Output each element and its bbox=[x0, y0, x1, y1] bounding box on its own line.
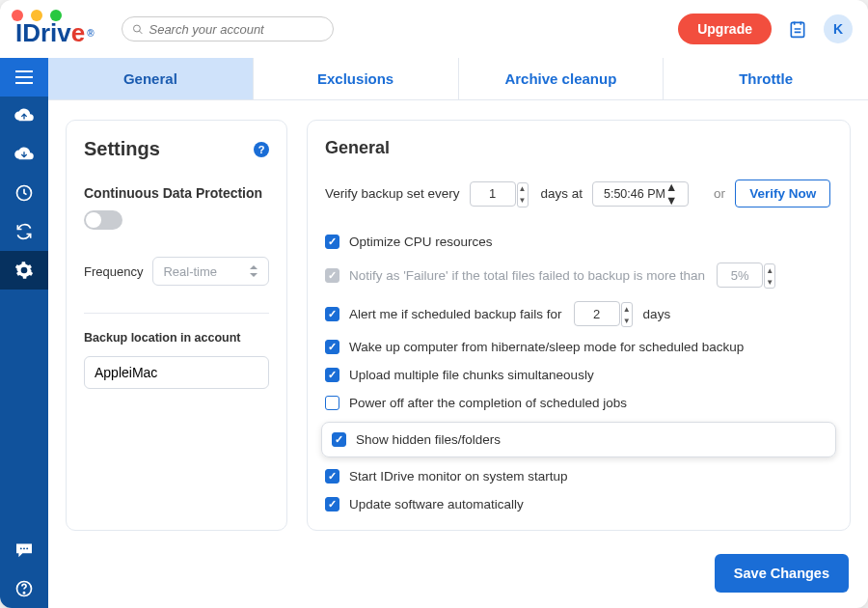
option-auto-update: Update software automatically bbox=[325, 497, 832, 511]
tab-bar: General Exclusions Archive cleanup Throt… bbox=[48, 58, 868, 100]
svg-marker-16 bbox=[250, 265, 258, 269]
verify-time-input[interactable]: 5:50:46 PM ▲▼ bbox=[592, 181, 689, 207]
verify-prefix: Verify backup set every bbox=[325, 186, 460, 201]
svg-point-0 bbox=[133, 25, 140, 32]
checkbox-power-off[interactable] bbox=[325, 396, 339, 410]
activity-log-icon[interactable] bbox=[787, 18, 808, 40]
content: Settings ? Continuous Data Protection Fr… bbox=[48, 100, 868, 544]
title-bar: IDrive® Upgrade K bbox=[0, 0, 868, 58]
verify-mid: days at bbox=[541, 186, 583, 201]
notify-threshold-input[interactable]: 5% ▲▼ bbox=[717, 263, 763, 288]
options-list: Optimize CPU resources Notify as 'Failur… bbox=[325, 235, 832, 511]
settings-title: Settings bbox=[84, 138, 160, 160]
general-panel: General Verify backup set every 1 ▲▼ day… bbox=[307, 120, 851, 531]
option-notify-failure: Notify as 'Failure' if the total files f… bbox=[325, 263, 832, 288]
sidebar-item-settings[interactable] bbox=[0, 251, 48, 290]
main: General Exclusions Archive cleanup Throt… bbox=[48, 58, 868, 608]
sidebar-item-chat[interactable] bbox=[0, 531, 48, 569]
sidebar-item-backup[interactable] bbox=[0, 97, 48, 135]
brand-name: IDriv bbox=[15, 18, 71, 48]
option-show-hidden: Show hidden files/folders bbox=[321, 422, 836, 457]
sync-icon bbox=[14, 222, 34, 241]
option-upload-chunks: Upload multiple file chunks simultaneous… bbox=[325, 368, 832, 382]
svg-point-13 bbox=[26, 547, 28, 549]
chat-icon bbox=[14, 542, 34, 558]
svg-line-1 bbox=[139, 30, 142, 33]
maximize-window-icon[interactable] bbox=[50, 10, 62, 21]
cdp-label: Continuous Data Protection bbox=[84, 185, 269, 201]
settings-side-panel: Settings ? Continuous Data Protection Fr… bbox=[66, 120, 287, 531]
app-window: IDrive® Upgrade K bbox=[0, 0, 868, 608]
stepper-icon[interactable]: ▲▼ bbox=[764, 263, 775, 289]
search-input[interactable] bbox=[149, 22, 322, 37]
upgrade-button[interactable]: Upgrade bbox=[678, 14, 772, 44]
help-icon bbox=[14, 579, 34, 598]
clock-icon bbox=[14, 183, 34, 203]
chevron-updown-icon bbox=[249, 265, 258, 277]
tab-archive-cleanup[interactable]: Archive cleanup bbox=[459, 58, 665, 99]
sidebar bbox=[0, 58, 48, 608]
verify-days-input[interactable]: 1 ▲▼ bbox=[470, 181, 516, 207]
checkbox-auto-update[interactable] bbox=[325, 497, 339, 511]
title-bar-right: Upgrade K bbox=[678, 14, 853, 44]
backup-location-input[interactable] bbox=[84, 356, 269, 389]
checkbox-start-monitor[interactable] bbox=[325, 469, 339, 484]
verify-or: or bbox=[714, 186, 725, 201]
brand-reg: ® bbox=[87, 28, 94, 39]
checkbox-wake-computer[interactable] bbox=[325, 340, 339, 354]
close-window-icon[interactable] bbox=[12, 10, 23, 21]
tab-exclusions[interactable]: Exclusions bbox=[254, 58, 459, 99]
sidebar-item-sync[interactable] bbox=[0, 212, 48, 251]
svg-rect-2 bbox=[791, 22, 803, 37]
app-body: General Exclusions Archive cleanup Throt… bbox=[0, 58, 868, 608]
svg-marker-17 bbox=[250, 273, 258, 277]
svg-point-11 bbox=[20, 547, 22, 549]
checkbox-optimize-cpu[interactable] bbox=[325, 235, 339, 249]
svg-point-15 bbox=[23, 593, 24, 594]
svg-point-12 bbox=[23, 547, 25, 549]
verify-now-button[interactable]: Verify Now bbox=[735, 180, 830, 207]
menu-icon bbox=[15, 70, 33, 84]
frequency-label: Frequency bbox=[84, 264, 143, 279]
cloud-up-icon bbox=[14, 108, 35, 124]
stepper-icon[interactable]: ▲▼ bbox=[621, 302, 633, 327]
save-changes-button[interactable]: Save Changes bbox=[715, 554, 849, 593]
checkbox-show-hidden[interactable] bbox=[332, 432, 346, 447]
minimize-window-icon[interactable] bbox=[31, 10, 42, 21]
option-alert-fail-days: Alert me if scheduled backup fails for 2… bbox=[325, 301, 832, 326]
footer: Save Changes bbox=[48, 544, 868, 608]
frequency-select[interactable]: Real-time bbox=[152, 257, 269, 286]
stepper-icon[interactable]: ▲▼ bbox=[517, 182, 529, 207]
cdp-toggle[interactable] bbox=[84, 210, 122, 230]
checkbox-alert-fail-days[interactable] bbox=[325, 307, 339, 321]
frequency-value: Real-time bbox=[163, 264, 217, 279]
checkbox-notify-failure[interactable] bbox=[325, 268, 339, 283]
option-start-monitor: Start IDrive monitor on system startup bbox=[325, 469, 832, 484]
cloud-down-icon bbox=[14, 147, 35, 162]
tab-throttle[interactable]: Throttle bbox=[664, 58, 868, 99]
general-title: General bbox=[325, 138, 832, 158]
tab-general[interactable]: General bbox=[48, 58, 254, 99]
alert-days-input[interactable]: 2 ▲▼ bbox=[574, 301, 620, 326]
gear-icon bbox=[14, 261, 34, 280]
option-optimize-cpu: Optimize CPU resources bbox=[325, 235, 832, 249]
stepper-icon[interactable]: ▲▼ bbox=[665, 180, 677, 207]
sidebar-item-help[interactable] bbox=[0, 569, 48, 608]
settings-help-icon[interactable]: ? bbox=[254, 142, 269, 157]
backup-location-label: Backup location in account bbox=[84, 331, 269, 345]
search-icon bbox=[132, 23, 144, 36]
sidebar-item-restore[interactable] bbox=[0, 135, 48, 174]
option-power-off: Power off after the completion of schedu… bbox=[325, 396, 832, 410]
brand-logo: IDrive® bbox=[15, 18, 95, 48]
checkbox-upload-chunks[interactable] bbox=[325, 368, 339, 382]
lock-icon: e bbox=[71, 18, 85, 48]
window-controls bbox=[12, 10, 62, 21]
option-wake-computer: Wake up computer from hibernate/sleep mo… bbox=[325, 340, 832, 354]
search-box[interactable] bbox=[122, 16, 334, 41]
verify-row: Verify backup set every 1 ▲▼ days at 5:5… bbox=[325, 180, 832, 207]
sidebar-item-scheduler[interactable] bbox=[0, 174, 48, 212]
sidebar-menu-toggle[interactable] bbox=[0, 58, 48, 97]
user-avatar[interactable]: K bbox=[824, 14, 853, 43]
